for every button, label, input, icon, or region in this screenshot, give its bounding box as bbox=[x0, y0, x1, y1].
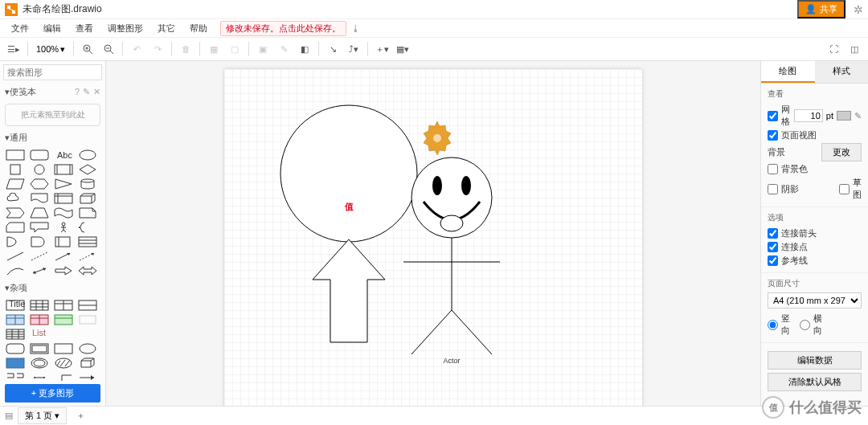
misc-double-rect[interactable] bbox=[27, 341, 51, 356]
shadow-checkbox[interactable] bbox=[768, 184, 778, 194]
misc-table-red[interactable] bbox=[27, 313, 51, 327]
shape-step[interactable] bbox=[3, 206, 27, 220]
shape-cylinder[interactable] bbox=[76, 177, 100, 191]
change-bg-button[interactable]: 更改 bbox=[821, 143, 862, 161]
zoom-select[interactable]: 100% ▾ bbox=[33, 44, 68, 55]
shape-and[interactable] bbox=[27, 235, 51, 249]
tab-diagram[interactable]: 绘图 bbox=[761, 61, 815, 83]
shape-parallelogram[interactable] bbox=[3, 177, 27, 191]
zoom-in-icon[interactable] bbox=[79, 40, 96, 58]
big-circle-shape[interactable] bbox=[280, 105, 417, 242]
shape-document[interactable] bbox=[27, 191, 51, 206]
shape-diamond[interactable] bbox=[76, 162, 100, 177]
misc-pool-blue[interactable] bbox=[3, 356, 27, 370]
search-input[interactable] bbox=[3, 64, 102, 80]
shape-internal-storage[interactable] bbox=[51, 191, 76, 206]
settings-star-icon[interactable]: ✲ bbox=[854, 3, 863, 16]
zoom-out-icon[interactable] bbox=[100, 40, 117, 58]
misc-table-1[interactable] bbox=[27, 298, 51, 313]
to-back-icon[interactable]: ▢ bbox=[226, 40, 244, 58]
shape-list[interactable] bbox=[76, 235, 100, 249]
fullscreen-icon[interactable]: ⛶ bbox=[825, 40, 842, 58]
shape-cloud[interactable] bbox=[3, 191, 27, 206]
menu-help[interactable]: 帮助 bbox=[183, 21, 214, 36]
canvas-area[interactable]: 值 Actor bbox=[106, 61, 760, 406]
landscape-radio[interactable] bbox=[800, 320, 810, 330]
misc-table-3[interactable] bbox=[76, 298, 100, 313]
misc-header[interactable]: ▾ 杂项 bbox=[0, 280, 105, 296]
shape-or-half[interactable] bbox=[3, 235, 27, 249]
insert-icon[interactable]: ＋▾ bbox=[373, 40, 391, 58]
actor-leg-left[interactable] bbox=[411, 310, 452, 354]
shape-rounded-rect[interactable] bbox=[27, 148, 51, 162]
shape-line-dashed[interactable] bbox=[27, 249, 51, 264]
misc-cube-wire[interactable] bbox=[76, 356, 100, 370]
shape-card[interactable] bbox=[3, 220, 27, 235]
redo-icon[interactable]: ↷ bbox=[149, 40, 166, 58]
shape-hexagon[interactable] bbox=[27, 177, 51, 191]
shape-arrow-solid[interactable] bbox=[51, 249, 76, 264]
general-header[interactable]: ▾ 通用 bbox=[0, 129, 105, 146]
misc-table-green[interactable] bbox=[51, 313, 76, 327]
shape-ellipse[interactable] bbox=[76, 148, 100, 162]
misc-arrow-line[interactable] bbox=[76, 370, 100, 381]
menu-extras[interactable]: 其它 bbox=[151, 21, 182, 36]
delete-icon[interactable]: 🗑 bbox=[177, 40, 194, 58]
unsaved-warning[interactable]: 修改未保存。点击此处保存。 bbox=[220, 21, 346, 36]
shape-line-curve[interactable] bbox=[3, 264, 27, 278]
format-panel-toggle-icon[interactable]: ◫ bbox=[845, 40, 863, 58]
connect-arrow-checkbox[interactable] bbox=[768, 228, 778, 239]
misc-manual-line[interactable] bbox=[51, 370, 76, 381]
clear-default-button[interactable]: 清除默认风格 bbox=[768, 373, 862, 391]
undo-icon[interactable]: ↶ bbox=[128, 40, 145, 58]
shape-process[interactable] bbox=[51, 162, 76, 177]
shape-arrow-thick[interactable] bbox=[51, 264, 76, 278]
page-view-checkbox[interactable] bbox=[768, 130, 778, 141]
waypoint-style-icon[interactable]: ⤴︎▾ bbox=[345, 40, 362, 58]
shape-arrow-dashed[interactable] bbox=[76, 249, 100, 264]
misc-grid-1[interactable] bbox=[3, 327, 27, 341]
menu-arrange[interactable]: 调整图形 bbox=[101, 21, 149, 36]
misc-double-ellipse[interactable] bbox=[27, 356, 51, 370]
menu-view[interactable]: 查看 bbox=[69, 21, 100, 36]
menu-file[interactable]: 文件 bbox=[5, 21, 35, 36]
portrait-radio[interactable] bbox=[768, 320, 778, 330]
misc-ellipse[interactable] bbox=[76, 341, 100, 356]
shape-callout[interactable] bbox=[27, 220, 51, 235]
misc-empty-2[interactable] bbox=[76, 327, 100, 341]
pages-icon[interactable]: ▤ bbox=[5, 411, 13, 421]
shape-bidir-arrow[interactable] bbox=[27, 264, 51, 278]
misc-table-2[interactable] bbox=[51, 298, 76, 313]
grid-checkbox[interactable] bbox=[768, 111, 778, 121]
sketch-checkbox[interactable] bbox=[839, 184, 850, 194]
shape-square[interactable] bbox=[3, 162, 27, 177]
shape-cube[interactable] bbox=[76, 191, 100, 206]
fill-color-icon[interactable]: ▣ bbox=[254, 40, 272, 58]
shape-store[interactable] bbox=[51, 235, 76, 249]
shape-trapezoid[interactable] bbox=[27, 206, 51, 220]
menu-edit[interactable]: 编辑 bbox=[37, 21, 68, 36]
close-icon[interactable]: ✕ bbox=[93, 87, 100, 97]
tab-style[interactable]: 样式 bbox=[815, 61, 869, 83]
gear-shape[interactable] bbox=[424, 121, 451, 155]
shape-triangle[interactable] bbox=[51, 177, 76, 191]
edit-icon[interactable]: ✎ bbox=[854, 111, 862, 121]
shape-curly[interactable] bbox=[76, 220, 100, 235]
shadow-toggle-icon[interactable]: ◧ bbox=[296, 40, 313, 58]
edit-data-button[interactable]: 编辑数据 bbox=[768, 351, 862, 370]
misc-rounded[interactable] bbox=[3, 341, 27, 356]
misc-hatch[interactable] bbox=[51, 356, 76, 370]
scratchpad-drop-zone[interactable]: 把元素拖至到此处 bbox=[5, 104, 100, 126]
more-shapes-button[interactable]: + 更多图形 bbox=[5, 384, 100, 403]
download-icon[interactable]: ⭳ bbox=[351, 23, 360, 33]
guides-checkbox[interactable] bbox=[768, 255, 778, 266]
add-page-button[interactable]: ＋ bbox=[72, 408, 90, 423]
page-size-select[interactable]: A4 (210 mm x 297 mm) bbox=[768, 292, 862, 309]
misc-empty-1[interactable] bbox=[51, 327, 76, 341]
shape-actor[interactable] bbox=[51, 220, 76, 235]
to-front-icon[interactable]: ▦ bbox=[205, 40, 223, 58]
misc-title[interactable]: Title bbox=[3, 298, 27, 313]
shape-note[interactable] bbox=[76, 206, 100, 220]
line-color-icon[interactable]: ✎ bbox=[275, 40, 293, 58]
up-arrow-shape[interactable] bbox=[313, 239, 385, 342]
